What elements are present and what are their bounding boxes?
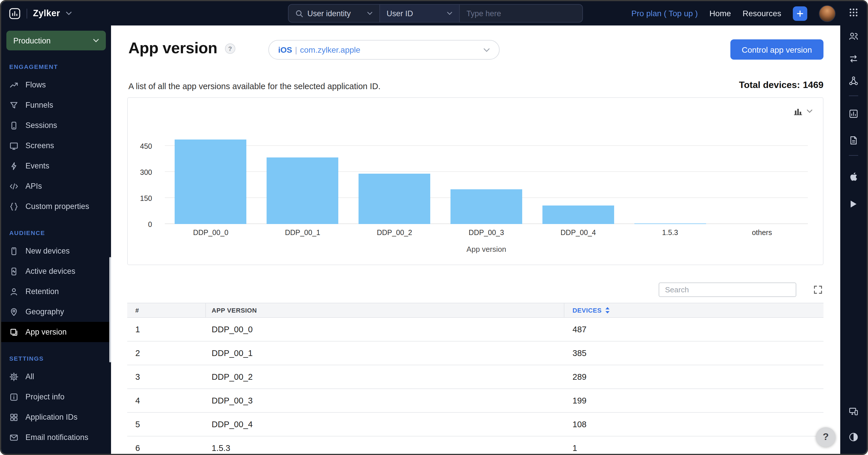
- retention-icon: [9, 287, 19, 296]
- sidebar-item-label: Flows: [26, 81, 46, 89]
- sessions-icon: [9, 121, 19, 130]
- table-row[interactable]: 1 DDP_00_0 487: [127, 318, 824, 342]
- table-row[interactable]: 4 DDP_00_3 199: [127, 389, 824, 413]
- header-app-version: APP VERSION: [206, 303, 564, 317]
- sidebar: Production ENGAGEMENT Flows Funnels Sess…: [1, 26, 111, 455]
- search-scope-dropdown[interactable]: User identity: [288, 5, 380, 22]
- active-device-icon: [9, 266, 19, 276]
- bar-1.5.3[interactable]: [634, 223, 706, 224]
- cell-devices: 289: [564, 372, 824, 381]
- sidebar-item-retention[interactable]: Retention: [1, 281, 111, 302]
- table-row[interactable]: 2 DDP_00_1 385: [127, 342, 824, 365]
- table-row[interactable]: 5 DDP_00_4 108: [127, 413, 824, 436]
- cell-index: 1: [127, 325, 206, 334]
- bar-DDP_00_3[interactable]: [451, 190, 522, 224]
- apple-icon[interactable]: [848, 171, 859, 182]
- funnel-icon: [9, 101, 19, 110]
- sidebar-item-label: Application IDs: [26, 413, 78, 421]
- bar-group: [532, 137, 624, 224]
- sidebar-item-events[interactable]: Events: [1, 156, 111, 176]
- bar-group: [716, 137, 808, 224]
- chart-type-selector[interactable]: [794, 107, 812, 115]
- sidebar-item-screens[interactable]: Screens: [1, 136, 111, 156]
- chart-xaxis-title: App version: [165, 245, 808, 254]
- apps-grid-icon[interactable]: [849, 7, 859, 17]
- sidebar-item-all-settings[interactable]: All: [1, 366, 111, 387]
- search-scope-label: User identity: [307, 9, 351, 18]
- theme-toggle-icon[interactable]: [848, 432, 859, 442]
- bar-DDP_00_4[interactable]: [542, 205, 614, 224]
- envelope-icon: [9, 433, 19, 442]
- home-link[interactable]: Home: [709, 9, 731, 18]
- google-play-icon[interactable]: [849, 199, 858, 209]
- cell-app-version: DDP_00_1: [206, 348, 564, 358]
- cell-app-version: 1.5.3: [206, 444, 564, 453]
- search-input[interactable]: [460, 5, 582, 22]
- help-fab-button[interactable]: ?: [816, 427, 836, 447]
- bar-DDP_00_1[interactable]: [267, 157, 339, 224]
- x-tick-label: DDP_00_3: [440, 229, 532, 237]
- plan-link[interactable]: Pro plan ( Top up ): [631, 9, 698, 18]
- plus-icon: [796, 9, 804, 17]
- add-button[interactable]: [793, 6, 807, 21]
- sidebar-item-application-ids[interactable]: Application IDs: [1, 407, 111, 427]
- sidebar-item-app-version[interactable]: App version: [1, 322, 111, 342]
- expand-table-icon[interactable]: [812, 284, 824, 295]
- table-row[interactable]: 3 DDP_00_2 289: [127, 365, 824, 389]
- data-transfer-icon[interactable]: [849, 54, 859, 64]
- resources-link[interactable]: Resources: [743, 9, 781, 18]
- application-id-selector[interactable]: iOS|com.zylker.apple: [268, 40, 500, 60]
- cell-index: 5: [127, 420, 206, 429]
- sidebar-item-flows[interactable]: Flows: [1, 75, 111, 95]
- integrations-icon[interactable]: [849, 76, 859, 86]
- x-tick-label: DDP_00_4: [532, 229, 624, 237]
- sidebar-item-email-notifications[interactable]: Email notifications: [1, 427, 111, 448]
- cell-app-version: DDP_00_0: [206, 325, 564, 334]
- sidebar-item-custom-properties[interactable]: Custom properties: [1, 196, 111, 217]
- sidebar-item-project-info[interactable]: Project info: [1, 387, 111, 407]
- header-devices-sortable[interactable]: DEVICES: [564, 303, 824, 317]
- topbar: Zylker User identity User ID: [1, 1, 868, 26]
- help-icon[interactable]: ?: [225, 43, 235, 54]
- rail-divider: [849, 95, 858, 96]
- y-tick-label: 150: [128, 195, 152, 203]
- search-field-dropdown[interactable]: User ID: [380, 5, 460, 22]
- document-icon[interactable]: [849, 136, 859, 145]
- brand-area[interactable]: Zylker: [1, 7, 72, 19]
- sidebar-item-label: Custom properties: [26, 202, 89, 211]
- environment-label: Production: [13, 36, 51, 45]
- gear-icon: [9, 372, 19, 381]
- brand-name: Zylker: [33, 8, 60, 19]
- info-icon: [9, 392, 19, 401]
- sidebar-scrollbar[interactable]: [109, 257, 111, 362]
- x-tick-label: 1.5.3: [624, 229, 716, 237]
- chevron-down-icon: [367, 11, 372, 15]
- sidebar-item-sessions[interactable]: Sessions: [1, 115, 111, 136]
- contacts-icon[interactable]: [849, 31, 859, 41]
- sidebar-item-label: New devices: [26, 247, 70, 255]
- sidebar-item-new-devices[interactable]: New devices: [1, 241, 111, 261]
- devices-icon[interactable]: [849, 406, 859, 416]
- bar-DDP_00_0[interactable]: [175, 140, 247, 224]
- bar-DDP_00_2[interactable]: [359, 174, 430, 224]
- bar-chart-icon: [794, 107, 803, 115]
- sidebar-item-active-devices[interactable]: Active devices: [1, 261, 111, 281]
- table-search-input[interactable]: [659, 283, 796, 297]
- sidebar-item-funnels[interactable]: Funnels: [1, 95, 111, 115]
- control-app-version-button[interactable]: Control app version: [730, 39, 824, 60]
- grid-icon: [9, 413, 19, 422]
- sidebar-item-label: All: [26, 372, 34, 381]
- reports-chart-icon[interactable]: [849, 109, 859, 119]
- sidebar-item-geography[interactable]: Geography: [1, 302, 111, 322]
- topup-label[interactable]: ( Top up ): [664, 9, 698, 18]
- sidebar-item-apis[interactable]: APIs: [1, 176, 111, 196]
- section-settings: SETTINGS: [1, 342, 111, 366]
- cell-devices: 1: [564, 444, 824, 453]
- user-avatar[interactable]: [819, 5, 836, 22]
- cell-index: 2: [127, 348, 206, 358]
- table-row[interactable]: 6 1.5.3 1: [127, 436, 824, 455]
- sidebar-item-label: APIs: [26, 182, 42, 191]
- sidebar-item-label: Screens: [26, 141, 54, 150]
- environment-selector[interactable]: Production: [6, 31, 106, 50]
- bar-group: [624, 137, 716, 224]
